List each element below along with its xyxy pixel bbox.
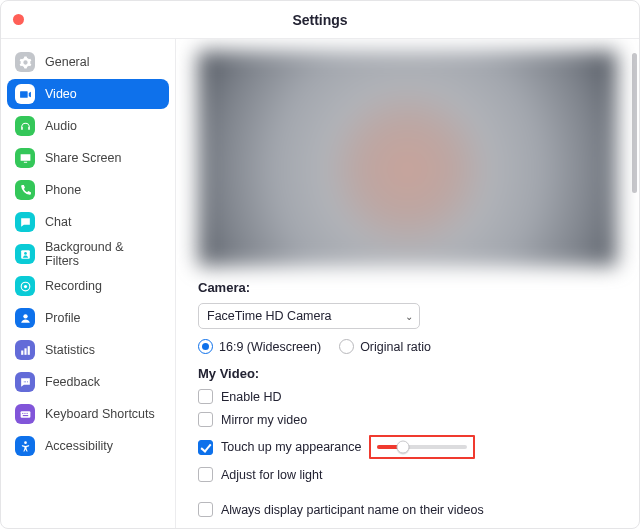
sidebar-item-statistics[interactable]: Statistics bbox=[7, 335, 169, 365]
sidebar-item-label: Accessibility bbox=[45, 439, 113, 453]
sidebar-item-audio[interactable]: Audio bbox=[7, 111, 169, 141]
checkbox[interactable] bbox=[198, 502, 213, 517]
sidebar-item-recording[interactable]: Recording bbox=[7, 271, 169, 301]
profile-icon bbox=[15, 308, 35, 328]
sidebar-item-video[interactable]: Video bbox=[7, 79, 169, 109]
window-title: Settings bbox=[1, 12, 639, 28]
close-icon[interactable] bbox=[13, 14, 24, 25]
phone-icon bbox=[15, 180, 35, 200]
aspect-ratio-group: 16:9 (Widescreen) Original ratio bbox=[198, 339, 617, 354]
background-icon bbox=[15, 244, 35, 264]
radio-widescreen[interactable]: 16:9 (Widescreen) bbox=[198, 339, 321, 354]
chat-icon bbox=[15, 212, 35, 232]
sidebar-item-label: Audio bbox=[45, 119, 77, 133]
window-controls bbox=[13, 14, 24, 25]
sidebar-item-label: Recording bbox=[45, 279, 102, 293]
check-touch-up[interactable]: Touch up my appearance bbox=[198, 435, 617, 459]
camera-select[interactable]: FaceTime HD Camera ⌄ bbox=[198, 303, 420, 329]
sidebar: General Video Audio Share Screen bbox=[1, 39, 176, 528]
feedback-icon bbox=[15, 372, 35, 392]
checkbox-label: Adjust for low light bbox=[221, 468, 322, 482]
settings-body: General Video Audio Share Screen bbox=[1, 39, 639, 528]
checkbox-label: Always display participant name on their… bbox=[221, 503, 484, 517]
svg-rect-9 bbox=[22, 412, 23, 413]
svg-rect-12 bbox=[22, 415, 27, 416]
sidebar-item-feedback[interactable]: Feedback bbox=[7, 367, 169, 397]
svg-rect-6 bbox=[24, 348, 26, 355]
statistics-icon bbox=[15, 340, 35, 360]
sidebar-item-label: Statistics bbox=[45, 343, 95, 357]
svg-point-4 bbox=[23, 314, 27, 318]
video-settings-panel: Camera: FaceTime HD Camera ⌄ 16:9 (Wides… bbox=[176, 39, 639, 528]
sidebar-item-label: Share Screen bbox=[45, 151, 121, 165]
gear-icon bbox=[15, 52, 35, 72]
checkbox[interactable] bbox=[198, 440, 213, 455]
sidebar-item-share-screen[interactable]: Share Screen bbox=[7, 143, 169, 173]
sidebar-item-phone[interactable]: Phone bbox=[7, 175, 169, 205]
radio-dot bbox=[198, 339, 213, 354]
checkbox-label: Mirror my video bbox=[221, 413, 307, 427]
sidebar-item-label: Phone bbox=[45, 183, 81, 197]
sidebar-item-label: Background & Filters bbox=[45, 240, 161, 268]
svg-point-3 bbox=[23, 284, 26, 287]
svg-rect-10 bbox=[24, 412, 25, 413]
svg-point-1 bbox=[24, 252, 27, 255]
sidebar-item-label: Feedback bbox=[45, 375, 100, 389]
share-screen-icon bbox=[15, 148, 35, 168]
titlebar: Settings bbox=[1, 1, 639, 39]
sidebar-item-label: Keyboard Shortcuts bbox=[45, 407, 155, 421]
svg-rect-8 bbox=[20, 411, 30, 418]
slider-track bbox=[377, 445, 467, 449]
svg-rect-7 bbox=[27, 346, 29, 355]
sidebar-item-accessibility[interactable]: Accessibility bbox=[7, 431, 169, 461]
radio-label: 16:9 (Widescreen) bbox=[219, 340, 321, 354]
svg-rect-11 bbox=[26, 412, 27, 413]
slider-thumb[interactable] bbox=[396, 441, 409, 454]
sidebar-item-background-filters[interactable]: Background & Filters bbox=[7, 239, 169, 269]
radio-original-ratio[interactable]: Original ratio bbox=[339, 339, 431, 354]
camera-select-value: FaceTime HD Camera bbox=[207, 309, 332, 323]
accessibility-icon bbox=[15, 436, 35, 456]
headphones-icon bbox=[15, 116, 35, 136]
checkbox[interactable] bbox=[198, 467, 213, 482]
checkbox[interactable] bbox=[198, 389, 213, 404]
checkbox-label: Enable HD bbox=[221, 390, 281, 404]
touch-up-slider[interactable] bbox=[369, 435, 475, 459]
camera-label: Camera: bbox=[198, 280, 617, 295]
sidebar-item-profile[interactable]: Profile bbox=[7, 303, 169, 333]
checkbox-label: Touch up my appearance bbox=[221, 440, 361, 454]
radio-label: Original ratio bbox=[360, 340, 431, 354]
checkbox[interactable] bbox=[198, 412, 213, 427]
sidebar-item-label: Chat bbox=[45, 215, 71, 229]
my-video-label: My Video: bbox=[198, 366, 617, 381]
check-low-light[interactable]: Adjust for low light bbox=[198, 467, 617, 482]
radio-dot bbox=[339, 339, 354, 354]
settings-window: Settings General Video Audio bbox=[0, 0, 640, 529]
sidebar-item-chat[interactable]: Chat bbox=[7, 207, 169, 237]
sidebar-item-label: Video bbox=[45, 87, 77, 101]
chevron-down-icon: ⌄ bbox=[405, 311, 413, 322]
check-enable-hd[interactable]: Enable HD bbox=[198, 389, 617, 404]
camera-preview bbox=[198, 51, 617, 266]
check-mirror[interactable]: Mirror my video bbox=[198, 412, 617, 427]
svg-rect-5 bbox=[21, 350, 23, 354]
sidebar-item-general[interactable]: General bbox=[7, 47, 169, 77]
check-always-display-name[interactable]: Always display participant name on their… bbox=[198, 502, 617, 517]
sidebar-item-label: Profile bbox=[45, 311, 80, 325]
svg-point-13 bbox=[24, 441, 27, 444]
keyboard-icon bbox=[15, 404, 35, 424]
sidebar-item-label: General bbox=[45, 55, 89, 69]
video-icon bbox=[15, 84, 35, 104]
scrollbar[interactable] bbox=[632, 53, 637, 193]
record-icon bbox=[15, 276, 35, 296]
sidebar-item-keyboard-shortcuts[interactable]: Keyboard Shortcuts bbox=[7, 399, 169, 429]
